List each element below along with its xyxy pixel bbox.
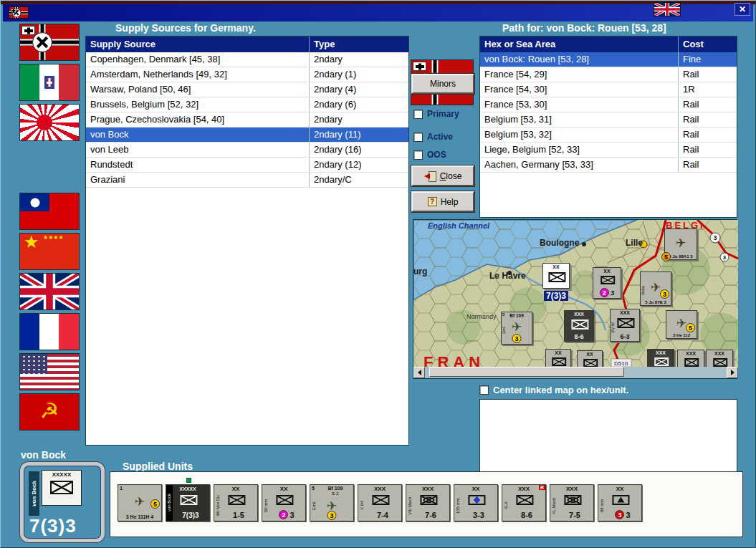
oos-checkbox-row[interactable]: OOS (413, 149, 446, 160)
supply-badge: 3 (615, 510, 624, 519)
unit-counter-4th-mot-div[interactable]: XX 4th Mot Div 1-5 (214, 484, 258, 521)
table-row[interactable]: Belgium [53, 31] Rail (480, 112, 737, 128)
echelon-label: XXXXX (42, 471, 81, 479)
dive-bomber-aircraft-icon (651, 280, 661, 295)
supply-col-type[interactable]: Type (310, 37, 394, 52)
strength-label: 7-5 (556, 511, 593, 519)
table-row[interactable]: Belgium [53, 32] Rail (480, 128, 737, 143)
echelon-label: XX (262, 486, 305, 492)
table-row[interactable]: Prague, Czechoslovakia [54, 40] 2ndary (86, 112, 408, 128)
echelon-label: XX (598, 486, 641, 492)
close-button[interactable]: Close (411, 165, 474, 186)
game-window: ✕ ★ ★★★★ Supply Sources for Germany. (0, 0, 756, 548)
table-row[interactable]: Liege, Belgium [52, 33] Rail (480, 143, 737, 158)
air-range-label: 5 (312, 486, 315, 491)
minors-button[interactable]: Minors (411, 74, 474, 94)
active-checkbox-row[interactable]: Active (413, 131, 453, 143)
table-row-selected[interactable]: von Bock: Rouen [53, 28] Fine (480, 52, 737, 67)
table-row[interactable]: France [54, 30] 1R (480, 82, 737, 97)
flag-usa[interactable] (19, 353, 80, 390)
map-counter-partial[interactable]: XXX (647, 349, 674, 368)
path-col-area[interactable]: Hex or Sea Area (480, 37, 679, 52)
unit-name-band: Emil (311, 492, 317, 519)
oos-checkbox[interactable] (413, 150, 423, 160)
primary-checkbox[interactable] (413, 110, 423, 119)
map-horizontal-scrollbar[interactable] (413, 367, 738, 378)
help-button[interactable]: Help (411, 191, 474, 212)
flag-germany[interactable] (19, 24, 80, 61)
center-map-checkbox[interactable] (479, 385, 489, 395)
flag-united-kingdom[interactable] (19, 273, 80, 310)
map-counter-partial[interactable]: XXX (706, 350, 733, 368)
strength-label: 6-3 (611, 333, 639, 340)
map-viewport[interactable]: 3 3 D510 English Channel urg Boulogne Li… (413, 220, 738, 368)
map-counter-inf-6-3[interactable]: XXX XIV Inf 6-3 (610, 309, 640, 342)
primary-checkbox-row[interactable]: Primary (413, 108, 459, 120)
unit-counter-105mm[interactable]: XX 105 mm 3-3 (454, 484, 498, 521)
active-checkbox[interactable] (413, 133, 423, 142)
help-button-label: Help (441, 197, 459, 207)
map-counter-partial[interactable]: XX (545, 349, 571, 368)
map-counter-at50[interactable]: XX 2 3 (593, 267, 621, 299)
table-row[interactable]: Aachen, Germany [53, 33] Rail (480, 158, 737, 173)
flag-france[interactable] (19, 313, 80, 350)
map-counter-partial[interactable]: XXX (677, 350, 704, 368)
table-row[interactable]: Copenhagen, Denmark [45, 38] 2ndary (86, 52, 408, 67)
echelon-label: XXXXX (166, 486, 209, 492)
path-table: Hex or Sea Area Cost von Bock: Rouen [53… (479, 36, 737, 218)
oos-label: OOS (427, 150, 446, 160)
title-bar[interactable] (3, 4, 753, 21)
unit-counter-xlii[interactable]: XXX R XLII 8-6 (502, 484, 546, 521)
flag-ussr[interactable] (19, 393, 80, 431)
supply-source-cell: Brussels, Belgium [52, 32] (86, 97, 310, 112)
flag-china[interactable]: ★ ★★★★ (19, 233, 80, 270)
unit-counter-x-inf[interactable]: XXX X Inf 7-4 (358, 484, 402, 521)
supply-source-cell: Graziani (86, 173, 310, 187)
map-counter-partial[interactable]: XX (577, 350, 603, 368)
path-area-cell: France [53, 30] (480, 97, 679, 112)
map-counter-bf109[interactable]: 5 Bf 109 Emil 3 (501, 312, 532, 345)
path-col-cost[interactable]: Cost (679, 37, 724, 52)
table-row[interactable]: France [54, 29] Rail (480, 67, 737, 82)
table-row[interactable]: Warsaw, Poland [50, 46] 2ndary (4) (86, 82, 408, 97)
flag-japan[interactable] (19, 104, 80, 141)
map-counter-ju88[interactable]: 5 Ju 88A1 3 5 (664, 229, 697, 260)
unit-counter-88mm[interactable]: XX 88 mm 3 3 (598, 484, 642, 521)
unit-counter-bf109[interactable]: 5 Bf 109 E-2 Emil 3 (310, 484, 354, 521)
infantry-symbol-icon (571, 319, 588, 330)
air-strength-badge: 3 (660, 289, 669, 299)
table-row[interactable]: von Leeb 2ndary (16) (86, 143, 408, 158)
unit-counter-viii-mech[interactable]: XXX VIII Mech 7-6 (406, 484, 450, 521)
linked-map[interactable]: 3 3 D510 English Channel urg Boulogne Li… (413, 219, 737, 379)
scroll-left-button[interactable] (413, 367, 425, 378)
selected-unit-panel[interactable]: von Bock XXXXX 7(3)3 (20, 462, 105, 542)
path-panel: Path for: von Bock: Rouen [53, 28] Hex o… (479, 20, 737, 218)
unit-counter-he111[interactable]: 1 3 He 111H 4 5 (118, 484, 162, 521)
table-row[interactable]: Brussels, Belgium [52, 32] 2ndary (6) (86, 97, 408, 112)
scrollbar-track[interactable] (425, 367, 727, 378)
unit-counter-50mm[interactable]: XX 50 mm 2 3 (262, 484, 306, 521)
map-counter-mech-8-6[interactable]: XXX 8-6 (564, 310, 594, 342)
close-window-button[interactable]: ✕ (735, 3, 750, 16)
unit-counter-xl-mech[interactable]: XXX XL Mech 7-5 (550, 484, 594, 521)
table-row[interactable]: Rundstedt 2ndary (12) (86, 158, 408, 173)
scrollbar-thumb[interactable] (429, 367, 624, 377)
infantry-symbol-icon (601, 276, 615, 284)
flag-italy[interactable] (19, 64, 80, 101)
table-row[interactable]: France [53, 30] Rail (480, 97, 737, 112)
scroll-right-button[interactable] (727, 367, 738, 378)
table-row[interactable]: Amsterdam, Netherlands [49, 32] 2ndary (… (86, 67, 408, 82)
table-row[interactable]: Graziani 2ndary/C (86, 173, 408, 188)
infantry-symbol-icon (548, 272, 565, 282)
center-map-checkbox-row[interactable]: Center linked map on hex/unit. (479, 384, 628, 395)
supply-col-source[interactable]: Supply Source (86, 37, 310, 52)
unit-counter-von-bock[interactable]: von Bock XXXXX 7(3)3 (166, 484, 210, 521)
notes-box[interactable] (479, 399, 737, 475)
table-row-selected[interactable]: von Bock 2ndary (11) (86, 128, 408, 143)
flag-taiwan[interactable] (19, 193, 80, 230)
map-counter-ju87[interactable]: Stuka 5 Ju 87B 3 3 (640, 271, 671, 306)
map-counter-he112[interactable]: 3 He 112 5 (666, 310, 697, 339)
map-counter-rouen-stack[interactable]: XX 7(3)3 (542, 263, 570, 302)
selected-unit-counter[interactable]: XXXXX (42, 470, 82, 506)
anti-tank-symbol-icon (276, 495, 293, 505)
